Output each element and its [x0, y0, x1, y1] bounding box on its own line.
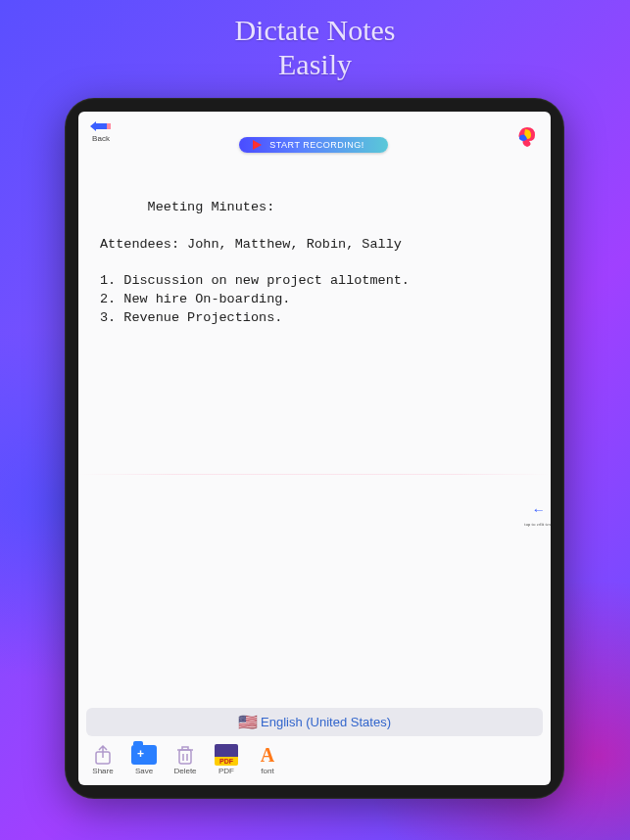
back-button[interactable]: Back — [88, 119, 114, 143]
delete-label: Delete — [173, 767, 196, 775]
promo-line-2: Easily — [0, 48, 630, 82]
svg-rect-0 — [95, 123, 107, 129]
language-selector[interactable]: 🇺🇸English (United States) — [86, 708, 543, 736]
top-bar: Back START RECORDING! — [78, 112, 551, 153]
note-content: Meeting Minutes: Attendees: John, Matthe… — [100, 200, 410, 325]
font-button[interactable]: A font — [251, 744, 284, 775]
divider — [78, 474, 551, 475]
language-label: English (United States) — [261, 715, 391, 729]
font-icon: A — [255, 744, 280, 766]
promo-title: Dictate Notes Easily — [0, 0, 630, 81]
app-screen: Back START RECORDING! Meeting Minutes: A… — [78, 112, 551, 785]
delete-button[interactable]: Delete — [169, 744, 202, 775]
flag-icon: 🇺🇸 — [238, 713, 258, 731]
pdf-label: PDF — [218, 767, 234, 775]
font-label: font — [261, 767, 273, 775]
svg-rect-3 — [179, 750, 191, 764]
save-folder-icon — [131, 744, 157, 766]
promo-line-1: Dictate Notes — [0, 14, 630, 48]
save-button[interactable]: Save — [127, 744, 161, 775]
edit-hint-text: tap to edit text — [524, 521, 551, 528]
record-icon — [253, 140, 262, 150]
app-logo-icon — [513, 123, 541, 151]
note-text-area[interactable]: Meeting Minutes: Attendees: John, Matthe… — [78, 153, 551, 708]
share-button[interactable]: Share — [86, 744, 120, 775]
tablet-frame: Back START RECORDING! Meeting Minutes: A… — [65, 98, 564, 799]
pdf-button[interactable]: PDF PDF — [210, 744, 243, 775]
start-recording-button[interactable]: START RECORDING! — [239, 137, 388, 153]
share-label: Share — [92, 767, 113, 775]
edit-hint-arrow-icon: ← — [534, 501, 542, 521]
trash-icon — [172, 744, 198, 766]
save-label: Save — [135, 767, 153, 775]
share-icon — [90, 744, 116, 766]
record-label: START RECORDING! — [269, 140, 364, 150]
back-label: Back — [92, 134, 110, 143]
back-arrow-icon — [88, 119, 114, 133]
edit-hint[interactable]: ← tap to edit text — [524, 501, 551, 528]
bottom-toolbar: Share Save Delete PDF — [78, 742, 551, 785]
svg-rect-1 — [107, 123, 111, 129]
pdf-icon: PDF — [214, 744, 239, 766]
